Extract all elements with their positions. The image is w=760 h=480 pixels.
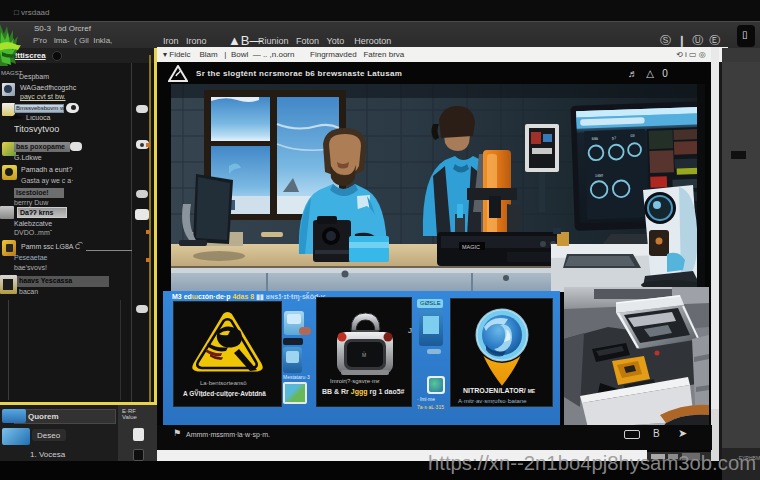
svg-text:585: 585 xyxy=(592,137,598,141)
svg-text:1450: 1450 xyxy=(595,174,603,178)
svg-text:M̊: M̊ xyxy=(362,351,366,358)
svg-text:MAGIC: MAGIC xyxy=(462,244,480,250)
svg-text:57: 57 xyxy=(612,136,616,140)
svg-text:03: 03 xyxy=(630,134,634,138)
